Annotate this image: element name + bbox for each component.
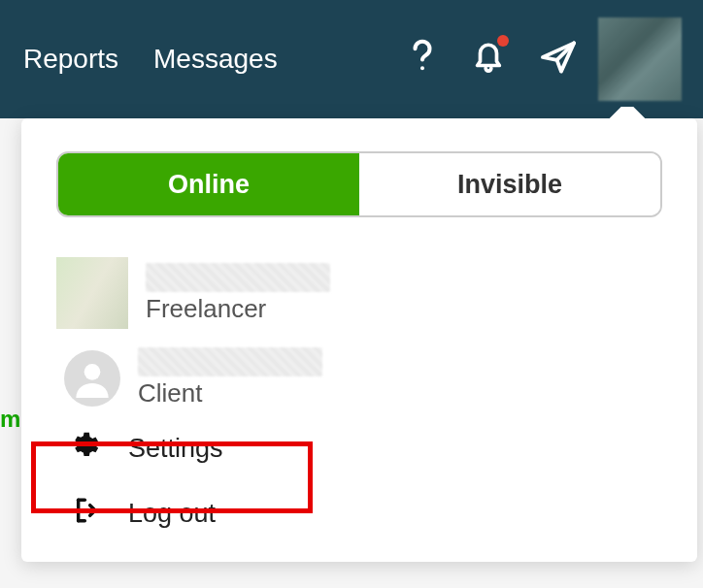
svg-point-1 <box>84 364 101 380</box>
svg-point-0 <box>420 66 424 70</box>
gear-icon <box>68 430 99 468</box>
profile-client[interactable]: Client <box>21 340 697 416</box>
menu-logout-label: Log out <box>128 499 216 529</box>
nav-links: Reports Messages <box>23 44 278 75</box>
status-online[interactable]: Online <box>58 153 359 215</box>
profile-name-redacted <box>138 347 322 376</box>
avatar[interactable] <box>598 17 682 101</box>
dropdown-arrow <box>606 107 649 118</box>
nav-link-messages[interactable]: Messages <box>153 44 278 75</box>
nav-link-reports[interactable]: Reports <box>23 44 118 75</box>
top-header: Reports Messages <box>0 0 703 118</box>
profile-name-redacted <box>146 263 330 292</box>
profile-role-label: Client <box>138 378 322 408</box>
menu-logout[interactable]: Log out <box>21 481 697 546</box>
notification-badge <box>497 35 509 47</box>
profile-role-label: Freelancer <box>146 294 330 324</box>
menu-settings[interactable]: Settings <box>21 416 697 481</box>
profile-avatar-freelancer <box>56 257 128 329</box>
menu-settings-label: Settings <box>128 434 223 464</box>
status-toggle: Online Invisible <box>56 151 662 217</box>
header-icon-group <box>408 38 577 81</box>
logout-icon <box>68 495 99 533</box>
profile-text: Client <box>138 347 322 408</box>
send-icon[interactable] <box>540 40 577 79</box>
status-invisible[interactable]: Invisible <box>359 153 660 215</box>
notification-icon[interactable] <box>472 39 505 80</box>
profile-freelancer[interactable]: Freelancer <box>21 246 697 340</box>
user-dropdown: Online Invisible Freelancer Client Setti… <box>21 118 697 562</box>
profile-avatar-client <box>64 350 120 407</box>
help-icon[interactable] <box>408 38 437 81</box>
profile-text: Freelancer <box>146 263 330 324</box>
